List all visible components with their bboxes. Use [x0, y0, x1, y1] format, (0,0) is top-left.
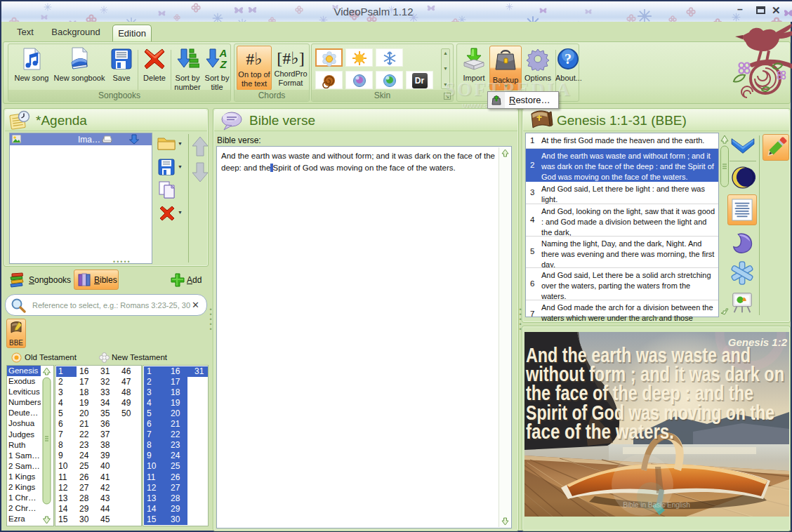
svg-text:Z: Z	[219, 58, 227, 70]
svg-text:face of the waters.: face of the waters.	[526, 420, 674, 443]
svg-text:?: ?	[565, 51, 572, 67]
svg-text:Bible in Basic English: Bible in Basic English	[623, 501, 690, 509]
svg-text:A: A	[219, 47, 227, 59]
svg-text:Genesis 1:2: Genesis 1:2	[728, 336, 788, 348]
